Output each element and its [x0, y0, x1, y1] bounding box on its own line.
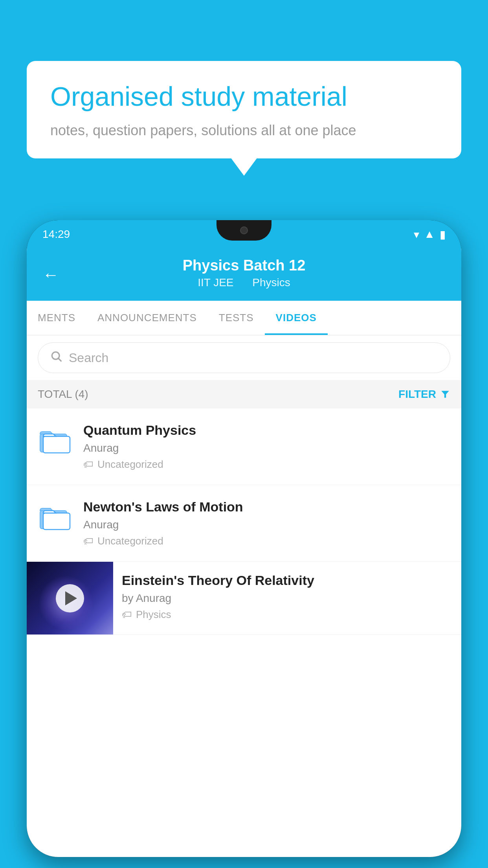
folder-icon-1	[38, 423, 72, 457]
tag-icon-3: 🏷	[122, 609, 132, 621]
filter-row: TOTAL (4) FILTER	[27, 380, 461, 408]
search-placeholder: Search	[69, 351, 108, 365]
tag-icon-1: 🏷	[83, 458, 94, 471]
list-item[interactable]: Newton's Laws of Motion Anurag 🏷 Uncateg…	[27, 485, 461, 562]
subtitle-physics: Physics	[252, 276, 290, 289]
total-count: TOTAL (4)	[38, 388, 88, 401]
tag-text-2: Uncategorized	[97, 535, 163, 547]
speech-bubble-headline: Organised study material	[50, 81, 438, 113]
tab-bar: MENTS ANNOUNCEMENTS TESTS VIDEOS	[27, 301, 461, 335]
svg-rect-6	[43, 513, 70, 530]
tab-ments[interactable]: MENTS	[27, 301, 86, 335]
item-info-1: Quantum Physics Anurag 🏷 Uncategorized	[83, 423, 450, 471]
svg-marker-2	[441, 391, 449, 397]
search-container: Search	[27, 335, 461, 380]
tab-tests[interactable]: TESTS	[208, 301, 265, 335]
status-icons: ▾ ▲ ▮	[414, 228, 446, 241]
svg-point-0	[52, 352, 59, 359]
play-button[interactable]	[56, 584, 84, 612]
status-bar: 14:29 ▾ ▲ ▮	[27, 220, 461, 248]
tag-icon-2: 🏷	[83, 535, 94, 547]
camera-dot	[240, 226, 248, 234]
signal-icon: ▲	[424, 228, 435, 241]
folder-icon-2	[38, 499, 72, 534]
search-bar[interactable]: Search	[38, 342, 450, 373]
speech-bubble-container: Organised study material notes, question…	[27, 61, 461, 158]
item-author-1: Anurag	[83, 442, 450, 454]
battery-icon: ▮	[440, 228, 446, 241]
item-author-2: Anurag	[83, 519, 450, 531]
app-header: ← Physics Batch 12 IIT JEE Physics	[27, 248, 461, 301]
tag-text-3: Physics	[136, 609, 171, 621]
video-tag: 🏷 Physics	[122, 609, 453, 621]
filter-label: FILTER	[398, 388, 436, 401]
content-list: Quantum Physics Anurag 🏷 Uncategorized	[27, 408, 461, 635]
speech-bubble: Organised study material notes, question…	[27, 61, 461, 158]
item-tag-1: 🏷 Uncategorized	[83, 458, 450, 471]
status-time: 14:29	[42, 228, 70, 241]
header-title: Physics Batch 12	[42, 257, 446, 274]
play-icon	[65, 591, 77, 605]
header-subtitle: IIT JEE Physics	[42, 276, 446, 289]
list-item-video[interactable]: Einstein's Theory Of Relativity by Anura…	[27, 562, 461, 635]
video-author: by Anurag	[122, 592, 453, 605]
svg-line-1	[59, 359, 61, 361]
back-button[interactable]: ←	[42, 265, 59, 284]
video-title: Einstein's Theory Of Relativity	[122, 573, 453, 588]
search-icon	[50, 350, 62, 366]
phone-screen: ← Physics Batch 12 IIT JEE Physics MENTS…	[27, 248, 461, 857]
wifi-icon: ▾	[414, 228, 419, 241]
item-tag-2: 🏷 Uncategorized	[83, 535, 450, 547]
list-item[interactable]: Quantum Physics Anurag 🏷 Uncategorized	[27, 408, 461, 485]
tab-videos[interactable]: VIDEOS	[265, 301, 328, 335]
phone-notch	[216, 220, 272, 241]
speech-bubble-subtext: notes, question papers, solutions all at…	[50, 122, 438, 139]
item-info-2: Newton's Laws of Motion Anurag 🏷 Uncateg…	[83, 499, 450, 547]
subtitle-iitjee: IIT JEE	[198, 276, 233, 289]
tag-text-1: Uncategorized	[97, 458, 163, 471]
video-thumbnail	[27, 562, 113, 634]
item-title-2: Newton's Laws of Motion	[83, 499, 450, 515]
svg-rect-4	[43, 436, 70, 453]
phone-frame: 14:29 ▾ ▲ ▮ ← Physics Batch 12 IIT JEE P…	[27, 220, 461, 857]
tab-announcements[interactable]: ANNOUNCEMENTS	[86, 301, 208, 335]
video-item-info: Einstein's Theory Of Relativity by Anura…	[113, 562, 461, 632]
filter-button[interactable]: FILTER	[398, 388, 450, 401]
item-title-1: Quantum Physics	[83, 423, 450, 438]
